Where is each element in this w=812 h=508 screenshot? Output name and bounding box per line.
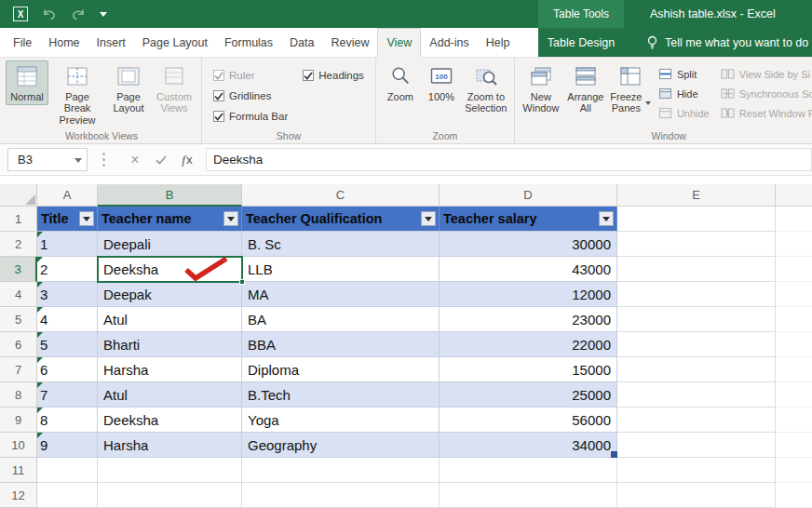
page-break-preview-button[interactable]: Page Break Preview bbox=[48, 60, 106, 128]
cell-B8[interactable]: Atul bbox=[98, 382, 242, 408]
enter-check-icon[interactable] bbox=[148, 155, 174, 165]
cell-A8[interactable]: 7 bbox=[37, 382, 98, 408]
filter-button[interactable] bbox=[79, 211, 94, 226]
name-box[interactable]: B3 bbox=[7, 148, 88, 171]
tab-view[interactable]: View bbox=[377, 28, 421, 58]
zoom-100-button[interactable]: 100 100% bbox=[421, 60, 462, 105]
gridlines-checkbox[interactable]: Gridlines bbox=[213, 87, 288, 104]
cell-D11[interactable] bbox=[440, 458, 617, 483]
excel-logo-icon[interactable]: X bbox=[13, 7, 28, 21]
tab-home[interactable]: Home bbox=[40, 28, 88, 57]
cell-C11[interactable] bbox=[242, 458, 440, 483]
cell-D1[interactable]: Teacher salary bbox=[440, 207, 617, 232]
unhide-button[interactable]: Unhide bbox=[658, 105, 710, 121]
cell-A3[interactable]: 2 bbox=[37, 257, 98, 282]
cancel-icon[interactable]: × bbox=[122, 152, 148, 168]
hide-button[interactable]: Hide bbox=[658, 86, 710, 101]
cell-E7[interactable] bbox=[617, 357, 776, 382]
cell-D4[interactable]: 12000 bbox=[440, 282, 617, 307]
cell-E10[interactable] bbox=[617, 433, 776, 458]
cell-E8[interactable] bbox=[617, 382, 776, 408]
cell-C8[interactable]: B.Tech bbox=[242, 382, 440, 408]
cell-C2[interactable]: B. Sc bbox=[242, 232, 440, 257]
formula-bar-checkbox[interactable]: Formula Bar bbox=[213, 108, 288, 125]
filter-button[interactable] bbox=[599, 211, 614, 226]
cell-E6[interactable] bbox=[617, 332, 776, 357]
arrange-all-button[interactable]: Arrange All bbox=[563, 60, 608, 117]
row-header-6[interactable]: 6 bbox=[0, 332, 37, 357]
cell-E1[interactable] bbox=[617, 207, 776, 232]
filter-button[interactable] bbox=[223, 211, 238, 226]
undo-icon[interactable] bbox=[42, 7, 57, 20]
select-all-corner[interactable] bbox=[0, 184, 37, 207]
cell-C1[interactable]: Teacher Qualification bbox=[242, 207, 440, 232]
cell-B9[interactable]: Deeksha bbox=[98, 408, 242, 433]
cell-E3[interactable] bbox=[617, 257, 776, 282]
fill-handle[interactable] bbox=[239, 279, 245, 285]
cell-C6[interactable]: BBA bbox=[242, 332, 440, 357]
cell-B1[interactable]: Teacher name bbox=[98, 207, 242, 232]
row-header-12[interactable]: 12 bbox=[0, 483, 37, 508]
cell-A7[interactable]: 6 bbox=[37, 357, 98, 382]
cell-C12[interactable] bbox=[242, 483, 440, 508]
headings-checkbox[interactable]: Headings bbox=[303, 67, 364, 84]
cell-D6[interactable]: 22000 bbox=[440, 332, 617, 357]
cell-A1[interactable]: Title bbox=[37, 207, 98, 232]
cell-C9[interactable]: Yoga bbox=[242, 408, 440, 433]
tab-formulas[interactable]: Formulas bbox=[216, 28, 281, 57]
row-header-9[interactable]: 9 bbox=[0, 408, 37, 433]
cell-D9[interactable]: 56000 bbox=[440, 408, 617, 433]
cell-A4[interactable]: 3 bbox=[37, 282, 98, 307]
cell-C4[interactable]: MA bbox=[242, 282, 440, 307]
row-header-1[interactable]: 1 bbox=[0, 207, 37, 232]
row-header-11[interactable]: 11 bbox=[0, 458, 37, 483]
column-header-c[interactable]: C bbox=[242, 184, 440, 207]
tab-help[interactable]: Help bbox=[478, 28, 519, 57]
cell-C3[interactable]: LLB bbox=[242, 257, 440, 282]
cell-E11[interactable] bbox=[617, 458, 776, 483]
view-side-by-side-button[interactable]: View Side by Si bbox=[721, 66, 812, 82]
row-header-10[interactable]: 10 bbox=[0, 433, 37, 458]
red-checkmark-annotation[interactable] bbox=[180, 255, 232, 283]
cell-C10[interactable]: Geography bbox=[242, 433, 440, 458]
cell-D10[interactable]: 34000 bbox=[440, 433, 617, 458]
zoom-to-selection-button[interactable]: Zoom to Selection bbox=[462, 60, 510, 117]
cell-B5[interactable]: Atul bbox=[98, 307, 242, 332]
cell-E2[interactable] bbox=[617, 232, 776, 257]
page-layout-view-button[interactable]: Page Layout bbox=[106, 60, 151, 117]
cell-E9[interactable] bbox=[617, 408, 776, 433]
cell-D7[interactable]: 15000 bbox=[440, 357, 617, 382]
split-button[interactable]: Split bbox=[658, 66, 710, 82]
tab-page-layout[interactable]: Page Layout bbox=[134, 28, 216, 57]
cell-B11[interactable] bbox=[98, 458, 242, 483]
table-resize-handle[interactable] bbox=[611, 451, 617, 458]
zoom-button[interactable]: Zoom bbox=[380, 60, 421, 105]
ruler-checkbox[interactable]: Ruler bbox=[213, 67, 288, 84]
cell-B6[interactable]: Bharti bbox=[98, 332, 242, 357]
cell-A9[interactable]: 8 bbox=[37, 408, 98, 433]
cell-D2[interactable]: 30000 bbox=[440, 232, 617, 257]
tab-add-ins[interactable]: Add-ins bbox=[421, 28, 477, 57]
tab-review[interactable]: Review bbox=[322, 28, 377, 57]
row-header-4[interactable]: 4 bbox=[0, 282, 37, 307]
row-header-5[interactable]: 5 bbox=[0, 307, 37, 332]
tab-file[interactable]: File bbox=[5, 28, 40, 57]
row-header-8[interactable]: 8 bbox=[0, 382, 37, 408]
cell-B10[interactable]: Harsha bbox=[98, 433, 242, 458]
cell-C7[interactable]: Diploma bbox=[242, 357, 440, 382]
cell-D5[interactable]: 23000 bbox=[440, 307, 617, 332]
tell-me-box[interactable]: Tell me what you want to do bbox=[646, 35, 808, 50]
insert-function-icon[interactable]: fx bbox=[174, 153, 200, 167]
row-header-2[interactable]: 2 bbox=[0, 232, 37, 257]
formula-input[interactable]: Deeksha bbox=[206, 148, 812, 171]
redo-icon[interactable] bbox=[71, 7, 86, 20]
cell-B2[interactable]: Deepali bbox=[98, 232, 242, 257]
cell-E5[interactable] bbox=[617, 307, 776, 332]
tab-table-design[interactable]: Table Design bbox=[538, 36, 624, 49]
cell-A6[interactable]: 5 bbox=[37, 332, 98, 357]
normal-view-button[interactable]: Normal bbox=[6, 60, 48, 105]
cell-A10[interactable]: 9 bbox=[37, 433, 98, 458]
cell-C5[interactable]: BA bbox=[242, 307, 440, 332]
cell-A2[interactable]: 1 bbox=[37, 232, 98, 257]
new-window-button[interactable]: New Window bbox=[519, 60, 563, 117]
